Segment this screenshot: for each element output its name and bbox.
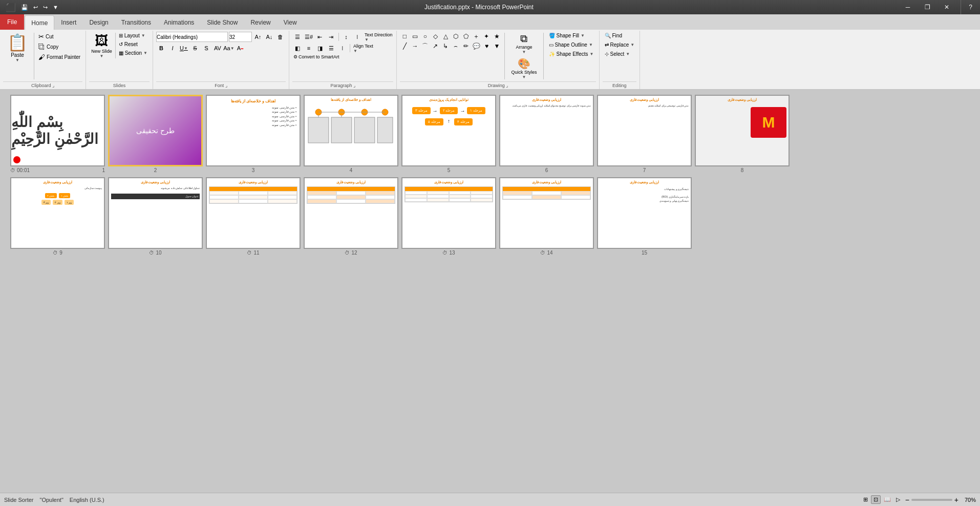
- select-button[interactable]: ⊹ Select ▼: [603, 50, 632, 58]
- shape-free[interactable]: ✏: [461, 41, 471, 51]
- restore-btn[interactable]: ❐: [918, 0, 937, 14]
- quick-save-btn[interactable]: 💾: [19, 3, 30, 12]
- text-shadow-btn[interactable]: S: [201, 43, 211, 53]
- minimize-btn[interactable]: ─: [898, 0, 918, 14]
- shape-diamond[interactable]: ◇: [431, 32, 440, 41]
- arrange-button[interactable]: ⧉ Arrange ▼: [513, 32, 535, 55]
- align-left-btn[interactable]: ◧: [292, 43, 303, 53]
- shape-star5[interactable]: ★: [492, 32, 501, 41]
- help-btn[interactable]: ?: [961, 0, 980, 14]
- slide-thumb-7[interactable]: ارزیابی وضعیت فاری متن فارسی توضیحی برای…: [597, 95, 692, 166]
- undo-btn[interactable]: ↩: [32, 3, 39, 12]
- shape-connector[interactable]: ↗: [431, 41, 440, 51]
- zoom-in-btn[interactable]: +: [954, 496, 958, 504]
- slide-thumb-4[interactable]: اهداف و خلاصه‌ای از یافته‌ها: [304, 95, 398, 166]
- replace-button[interactable]: ⇄ Replace ▼: [603, 41, 637, 49]
- align-right-btn[interactable]: ◨: [315, 43, 325, 53]
- shape-star4[interactable]: ✦: [482, 32, 491, 41]
- slide-thumb-2[interactable]: طرح تحقیقی: [108, 95, 203, 166]
- shape-fill-button[interactable]: 🪣 Shape Fill ▼: [547, 32, 596, 39]
- slide-thumb-15[interactable]: ارزیابی وضعیت فاری نتیجه‌گیری و پیشنهادا…: [597, 177, 692, 249]
- tab-insert[interactable]: Insert: [55, 15, 82, 30]
- slide-thumb-6[interactable]: ارزیابی وضعیت فاری متن نمونه فارسی برای …: [499, 95, 594, 166]
- close-btn[interactable]: ✕: [937, 0, 956, 14]
- bold-btn[interactable]: B: [156, 43, 166, 53]
- justify-btn[interactable]: ☰: [326, 43, 336, 53]
- copy-button[interactable]: ⿻ Copy: [36, 42, 82, 52]
- slide-thumb-10[interactable]: ارزیابی وضعیت فاری جداول اطلاعاتی نمایش …: [108, 177, 203, 249]
- slide-thumb-14[interactable]: ارزیابی وضعیت فاری: [499, 177, 594, 249]
- decrease-font-btn[interactable]: A↓: [264, 32, 274, 42]
- tab-slideshow[interactable]: Slide Show: [201, 15, 244, 30]
- shape-elbow[interactable]: ↳: [441, 41, 450, 51]
- new-slide-button[interactable]: 🖼 New Slide ▼: [89, 32, 114, 59]
- section-button[interactable]: ▦ Section ▼: [117, 49, 150, 57]
- font-size-input[interactable]: [229, 32, 252, 42]
- shape-circle[interactable]: ○: [420, 32, 430, 41]
- text-direction-btn[interactable]: Text Direction ▼: [364, 32, 394, 42]
- normal-view-btn[interactable]: ⊞: [861, 496, 870, 503]
- quick-styles-button[interactable]: 🎨 Quick Styles ▼: [508, 56, 540, 80]
- clipboard-expand[interactable]: ⌟: [52, 83, 54, 88]
- convert-smartart-btn[interactable]: ⚙ Convert to SmartArt: [292, 54, 340, 59]
- tab-file[interactable]: File: [0, 14, 24, 30]
- decrease-indent-btn[interactable]: ⇤: [315, 32, 325, 42]
- cut-button[interactable]: ✂ Cut: [36, 32, 82, 41]
- slide-thumb-5[interactable]: توانایی انجام یک پروژه‌بندی مرحله ۱ → مر…: [401, 95, 496, 166]
- slide-thumb-13[interactable]: ارزیابی وضعیت فاری: [401, 177, 496, 249]
- tab-view[interactable]: View: [278, 15, 303, 30]
- slide-thumb-1[interactable]: بِسْمِ اللّٰهِ الرَّحْمٰنِ الرَّحِيْمِ: [10, 95, 105, 166]
- paragraph-expand[interactable]: ⌟: [353, 83, 355, 88]
- shape-arc[interactable]: ⌢: [451, 41, 460, 51]
- paste-dropdown[interactable]: ▼: [15, 58, 19, 62]
- align-text-btn[interactable]: Align Text ▼: [352, 44, 374, 53]
- increase-indent-btn[interactable]: ⇥: [326, 32, 336, 42]
- shape-line[interactable]: ╱: [400, 41, 409, 51]
- shapes-more[interactable]: ▼: [492, 41, 501, 51]
- paste-button[interactable]: 📋 Paste ▼: [3, 32, 32, 64]
- language-label[interactable]: English (U.S.): [70, 497, 104, 503]
- font-name-input[interactable]: [156, 32, 228, 42]
- slideshow-btn[interactable]: ▷: [894, 496, 902, 503]
- drawing-expand[interactable]: ⌟: [506, 83, 508, 88]
- bullets-btn[interactable]: ☰: [292, 32, 303, 42]
- shape-effects-button[interactable]: ✨ Shape Effects ▼: [547, 50, 596, 58]
- italic-btn[interactable]: I: [167, 43, 178, 53]
- center-btn[interactable]: ≡: [304, 43, 314, 53]
- shape-triangle[interactable]: △: [441, 32, 450, 41]
- change-case-btn[interactable]: Aa▼: [224, 43, 234, 53]
- new-slide-dropdown[interactable]: ▼: [99, 54, 103, 58]
- tab-transitions[interactable]: Transitions: [115, 15, 157, 30]
- shape-pentagon[interactable]: ⬠: [461, 32, 471, 41]
- tab-animations[interactable]: Animations: [158, 15, 200, 30]
- redo-btn[interactable]: ↪: [41, 3, 49, 12]
- shape-callout[interactable]: 💬: [472, 41, 481, 51]
- shape-arrow-line[interactable]: →: [410, 41, 419, 51]
- shape-heart[interactable]: ♥: [482, 41, 491, 51]
- slide-thumb-12[interactable]: ارزیابی وضعیت فاری: [304, 177, 398, 249]
- shape-outline-button[interactable]: ▭ Shape Outline ▼: [547, 41, 596, 49]
- cols-btn[interactable]: ⁞: [337, 43, 348, 53]
- zoom-out-btn[interactable]: −: [905, 496, 909, 504]
- increase-font-btn[interactable]: A↑: [253, 32, 263, 42]
- col-separator-btn[interactable]: ⁞: [352, 32, 363, 42]
- numbered-btn[interactable]: ☰#: [304, 32, 314, 42]
- shape-right-arrow[interactable]: ⬡: [451, 32, 460, 41]
- font-expand[interactable]: ⌟: [225, 83, 227, 88]
- slide-thumb-9[interactable]: ارزیابی وضعیت فاری پیوست سازمانی بخش ۱ ب…: [10, 177, 105, 249]
- font-color-btn[interactable]: A▬: [235, 43, 245, 53]
- slide-thumb-3[interactable]: اهداف و خلاصه‌ای از یافته‌ها • متن فارسی…: [206, 95, 301, 166]
- char-spacing-btn[interactable]: AV: [212, 43, 223, 53]
- clear-format-btn[interactable]: 🗑: [275, 32, 286, 42]
- tab-home[interactable]: Home: [25, 15, 54, 30]
- find-button[interactable]: 🔍 Find: [603, 32, 624, 39]
- zoom-level[interactable]: 70%: [961, 497, 976, 503]
- reading-view-btn[interactable]: 📖: [882, 496, 893, 503]
- shape-rounded-rect[interactable]: ▭: [410, 32, 419, 41]
- layout-button[interactable]: ⊞ Layout ▼: [117, 32, 150, 39]
- reset-button[interactable]: ↺ Reset: [117, 40, 150, 48]
- slide-sorter-btn[interactable]: ⊡: [871, 495, 881, 504]
- tab-review[interactable]: Review: [244, 15, 276, 30]
- strikethrough-btn[interactable]: S: [190, 43, 200, 53]
- view-mode-label[interactable]: Slide Sorter: [4, 497, 33, 503]
